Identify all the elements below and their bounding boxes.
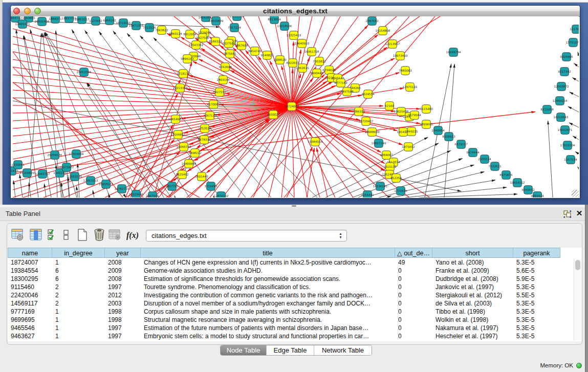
red-edge[interactable] (13, 67, 292, 106)
table-cell[interactable]: Changes of HCN gene expression and I(f) … (141, 258, 395, 267)
red-edge[interactable] (281, 106, 292, 198)
table-cell[interactable]: Yano et al. (2008) (432, 258, 513, 267)
column-header-pagerank[interactable]: pagerank (513, 248, 560, 258)
table-cell[interactable]: 0 (395, 267, 432, 275)
red-edge-arrow[interactable] (292, 106, 383, 106)
table-cell[interactable]: 19384554 (8, 267, 52, 275)
table-cell[interactable]: 1997 (105, 283, 141, 291)
table-cell[interactable]: 2008 (105, 275, 141, 283)
table-cell[interactable]: 2012 (105, 291, 141, 299)
table-cell[interactable]: 1 (52, 316, 105, 324)
table-row[interactable]: 1938455462009Genome-wide association stu… (8, 267, 582, 275)
red-edge[interactable] (13, 36, 292, 106)
tab-edge-table[interactable]: Edge Table (267, 345, 314, 355)
black-edge[interactable] (44, 184, 46, 198)
table-cell[interactable]: de Silva et al. (2003) (432, 299, 513, 308)
function-builder-icon[interactable]: f(x) (126, 228, 139, 243)
column-header-out_de[interactable]: △ out_de… (395, 248, 432, 258)
table-cell[interactable]: 5.3E-5 (513, 283, 560, 291)
table-row[interactable]: 946554611997Estimation of the future num… (8, 324, 582, 332)
table-cell[interactable]: Wolkin et al. (1998) (432, 316, 513, 324)
table-cell[interactable]: 1 (52, 308, 105, 316)
dropdown-stepper-icon[interactable]: ▲▼ (338, 232, 343, 239)
table-cell[interactable]: 0 (395, 308, 432, 316)
red-edge[interactable] (13, 82, 292, 106)
table-row[interactable]: 1872400712008Changes of HCN gene express… (8, 258, 582, 267)
column-header-year[interactable]: year (105, 248, 141, 258)
table-cell[interactable]: Hescheler et al. (1997) (432, 332, 513, 340)
table-cell[interactable]: 5.6E-5 (513, 267, 560, 275)
table-cell[interactable]: 2008 (105, 258, 141, 267)
float-panel-icon[interactable] (563, 210, 572, 218)
table-row[interactable]: 946362711997Embryonic stem cells: a mode… (8, 332, 582, 340)
table-cell[interactable]: Franke et al. (2009) (432, 267, 513, 275)
table-cell[interactable]: 9115460 (8, 283, 52, 291)
table-cell[interactable]: Nakamura et al. (1997) (432, 324, 513, 332)
black-edge[interactable] (568, 106, 579, 112)
red-edge[interactable] (13, 29, 292, 106)
table-cell[interactable]: 9777169 (8, 308, 52, 316)
column-header-in_degree[interactable]: in_degree (52, 248, 105, 258)
show-columns-icon[interactable] (47, 228, 60, 243)
table-cell[interactable]: Corpus callosum shape and size in male p… (141, 308, 395, 316)
table-row[interactable]: 969969511998Structural magnetic resonanc… (8, 316, 582, 324)
red-edge-arrow[interactable] (292, 81, 326, 106)
table-cell[interactable]: 9463627 (8, 332, 52, 340)
black-edge[interactable] (88, 83, 171, 198)
table-selector-dropdown[interactable]: citations_edges.txt▲▼ (146, 230, 347, 242)
table-cell[interactable]: Structural magnetic resonance image aver… (141, 316, 395, 324)
table-cell[interactable]: 1998 (105, 308, 141, 316)
column-settings-icon[interactable] (11, 228, 25, 243)
table-row[interactable]: 2242004622012Investigating the contribut… (8, 291, 582, 299)
table-cell[interactable]: 1998 (105, 316, 141, 324)
network-canvas[interactable]: 2055712184305512405571206914061884371188… (11, 16, 579, 198)
panel-close-icon[interactable]: ✕ (575, 209, 583, 218)
table-cell[interactable]: 5.3E-5 (513, 258, 560, 267)
column-header-title[interactable]: title (141, 248, 395, 258)
table-cell[interactable]: Investigating the contribution of common… (141, 291, 395, 299)
table-cell[interactable]: 0 (395, 332, 432, 340)
red-edge[interactable] (317, 148, 328, 198)
table-cell[interactable]: 2003 (105, 299, 141, 308)
table-row[interactable]: 911546021997Tourette syndrome. Phenomeno… (8, 283, 582, 291)
red-edge-arrow[interactable] (292, 106, 312, 137)
table-cell[interactable]: 5.3E-5 (513, 324, 560, 332)
row-height-icon[interactable] (62, 228, 76, 243)
table-cell[interactable]: 22420046 (8, 291, 52, 299)
table-cell[interactable]: 18300295 (8, 275, 52, 283)
black-edge[interactable] (575, 151, 579, 154)
network-window-titlebar[interactable]: citations_edges.txt (11, 6, 580, 17)
table-cell[interactable]: 2 (52, 299, 105, 308)
tab-node-table[interactable]: Node Table (221, 345, 267, 355)
splitter-handle-icon[interactable] (292, 205, 296, 207)
table-cell[interactable]: Estimation of significance thresholds fo… (141, 275, 395, 283)
table-cell[interactable]: 1 (52, 332, 105, 340)
red-edge[interactable] (187, 106, 292, 198)
black-edge[interactable] (19, 174, 23, 198)
table-cell[interactable]: 5.3E-5 (513, 332, 560, 340)
table-cell[interactable]: Stergiakouli et al. (2012) (432, 291, 513, 299)
table-cell[interactable]: Embryonic stem cells: a model to study s… (141, 332, 395, 340)
table-cell[interactable]: 49 (395, 258, 432, 267)
column-header-name[interactable]: name (8, 248, 52, 258)
table-row[interactable]: 1830029562008Estimation of significance … (8, 275, 582, 283)
table-cell[interactable]: Tibbo et al. (1998) (432, 308, 513, 316)
tab-network-table[interactable]: Network Table (314, 345, 372, 355)
black-edge[interactable] (569, 123, 579, 127)
black-edge[interactable] (444, 64, 454, 198)
table-cell[interactable]: 5.3E-5 (513, 308, 560, 316)
red-edge-arrow[interactable] (292, 106, 381, 152)
black-edge[interactable] (548, 121, 553, 198)
delete-column-icon[interactable] (93, 228, 106, 243)
select-column-icon[interactable] (30, 228, 43, 243)
table-cell[interactable]: 2 (52, 291, 105, 299)
black-edge[interactable] (572, 78, 579, 81)
table-scrollbar-thumb[interactable] (575, 260, 580, 270)
red-edge[interactable] (13, 44, 292, 106)
red-edge[interactable] (205, 106, 292, 198)
table-cell[interactable]: 5.9E-5 (513, 275, 560, 283)
red-edge[interactable] (287, 147, 313, 198)
table-cell[interactable]: 1 (52, 324, 105, 332)
table-cell[interactable]: 1 (52, 258, 105, 267)
black-edge[interactable] (577, 167, 579, 168)
